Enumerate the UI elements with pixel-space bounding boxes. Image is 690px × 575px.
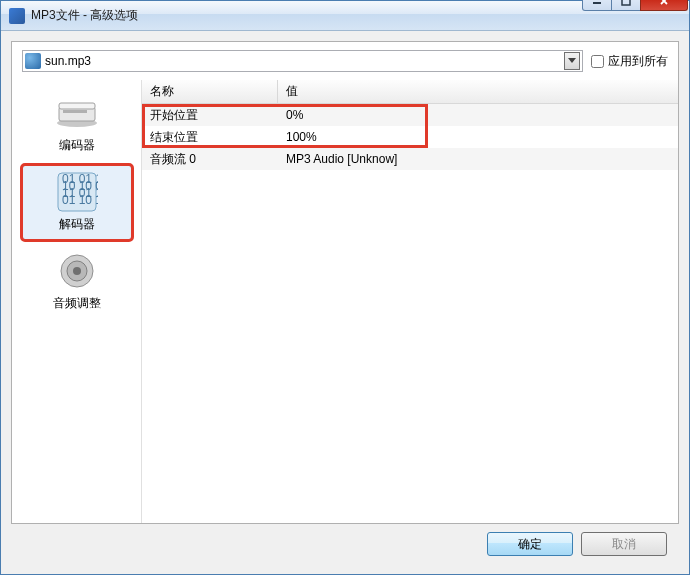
property-name: 结束位置 [142, 129, 278, 146]
close-button[interactable] [640, 0, 688, 11]
svg-rect-5 [63, 110, 87, 113]
sidebar-item-decoder[interactable]: 01 01 10 01 10 10 10 01 00 01 11 01 10 0… [22, 165, 132, 240]
properties-rows: 开始位置 0% 结束位置 100% 音频流 0 MP3 Audio [Unkno… [142, 104, 678, 170]
sidebar: 编码器 01 01 10 01 10 10 10 01 00 01 11 01 … [12, 80, 142, 523]
property-row[interactable]: 结束位置 100% [142, 126, 678, 148]
header-name[interactable]: 名称 [142, 80, 278, 103]
cancel-label: 取消 [612, 536, 636, 553]
svg-rect-0 [593, 2, 601, 4]
dropdown-arrow-icon[interactable] [564, 52, 580, 70]
property-row[interactable]: 开始位置 0% [142, 104, 678, 126]
properties-area: 名称 值 开始位置 0% 结束位置 100% 音频流 0 [142, 80, 678, 523]
sidebar-item-label: 音频调整 [27, 295, 127, 312]
file-icon [25, 53, 41, 69]
minimize-button[interactable] [582, 0, 612, 11]
svg-rect-4 [59, 103, 95, 109]
sidebar-item-encoder[interactable]: 编码器 [22, 86, 132, 161]
ok-button[interactable]: 确定 [487, 532, 573, 556]
top-row: sun.mp3 应用到所有 [12, 42, 678, 80]
property-row[interactable]: 音频流 0 MP3 Audio [Unknow] [142, 148, 678, 170]
content-panel: sun.mp3 应用到所有 [11, 41, 679, 524]
apply-all-input[interactable] [591, 55, 604, 68]
titlebar[interactable]: MP3文件 - 高级选项 [1, 1, 689, 31]
header-value[interactable]: 值 [278, 83, 306, 100]
cancel-button[interactable]: 取消 [581, 532, 667, 556]
ok-label: 确定 [518, 536, 542, 553]
property-value: MP3 Audio [Unknow] [278, 152, 405, 166]
button-row: 确定 取消 [11, 524, 679, 564]
sidebar-item-label: 解码器 [27, 216, 127, 233]
dialog-window: MP3文件 - 高级选项 sun.mp3 [0, 0, 690, 575]
main-split: 编码器 01 01 10 01 10 10 10 01 00 01 11 01 … [12, 80, 678, 523]
sidebar-item-audio-adjust[interactable]: 音频调整 [22, 244, 132, 319]
maximize-button[interactable] [611, 0, 641, 11]
file-dropdown[interactable]: sun.mp3 [22, 50, 583, 72]
decoder-icon: 01 01 10 01 10 10 10 01 00 01 11 01 10 0… [53, 172, 101, 212]
window-title: MP3文件 - 高级选项 [31, 7, 583, 24]
property-value: 100% [278, 130, 325, 144]
svg-rect-1 [622, 0, 630, 5]
svg-point-13 [73, 267, 81, 275]
svg-text:01 10 10 01 01: 01 10 10 01 01 [62, 193, 98, 207]
sidebar-item-label: 编码器 [27, 137, 127, 154]
apply-all-checkbox[interactable]: 应用到所有 [591, 53, 668, 70]
file-name: sun.mp3 [45, 54, 564, 68]
encoder-icon [53, 93, 101, 133]
property-name: 开始位置 [142, 107, 278, 124]
speaker-icon [53, 251, 101, 291]
app-icon [9, 8, 25, 24]
dialog-body: sun.mp3 应用到所有 [1, 31, 689, 574]
property-name: 音频流 0 [142, 151, 278, 168]
properties-header: 名称 值 [142, 80, 678, 104]
property-value: 0% [278, 108, 311, 122]
apply-all-label: 应用到所有 [608, 53, 668, 70]
window-controls [583, 0, 689, 11]
